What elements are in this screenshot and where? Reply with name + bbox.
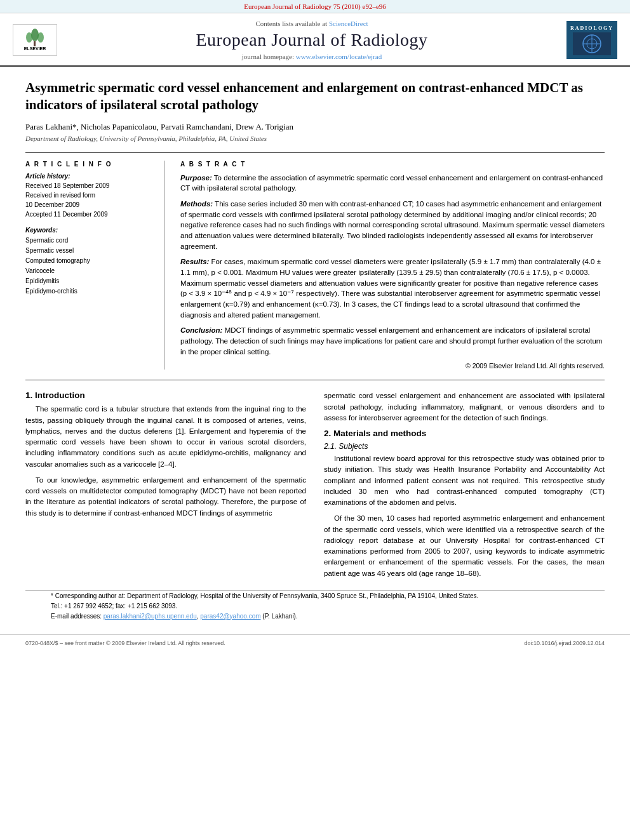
email-label: E-mail addresses: — [51, 613, 102, 620]
email-link-1[interactable]: paras.lakhani2@uphs.upenn.edu — [104, 613, 197, 620]
keywords-group: Keywords: Spermatic cord Spermatic vesse… — [25, 227, 154, 297]
methods-label: Methods: — [180, 200, 213, 208]
page-footer: 0720-048X/$ – see front matter © 2009 El… — [0, 634, 630, 651]
conclusion-label: Conclusion: — [180, 326, 222, 334]
abstract-conclusion: Conclusion: MDCT findings of asymmetric … — [180, 325, 605, 357]
email-footnote: E-mail addresses: paras.lakhani2@uphs.up… — [51, 611, 579, 622]
article-title: Asymmetric spermatic cord vessel enhance… — [25, 79, 605, 114]
article-info-label: A R T I C L E I N F O — [25, 161, 154, 168]
doi-text: doi:10.1016/j.ejrad.2009.12.014 — [524, 640, 605, 646]
abstract-column: A B S T R A C T Purpose: To determine th… — [180, 161, 605, 370]
top-bar: European Journal of Radiology 75 (2010) … — [0, 0, 630, 13]
article-authors: Paras Lakhani*, Nicholas Papanicolaou, P… — [25, 122, 605, 132]
journal-citation: European Journal of Radiology 75 (2010) … — [244, 3, 386, 10]
journal-title: European Journal of Radiology — [64, 30, 560, 50]
journal-title-block: Contents lists available at ScienceDirec… — [64, 20, 560, 60]
intro-para-right-1: spermatic cord vessel enlargement and en… — [324, 390, 605, 423]
history-label: Article history: — [25, 173, 154, 180]
footnotes-section: * Corresponding author at: Department of… — [25, 590, 605, 622]
results-label: Results: — [180, 258, 209, 265]
keyword-4: Varicocele — [25, 266, 154, 276]
intro-para-2: To our knowledge, asymmetric enlargement… — [25, 475, 306, 519]
corresponding-footnote: * Corresponding author at: Department of… — [51, 591, 579, 601]
page: European Journal of Radiology 75 (2010) … — [0, 0, 630, 840]
abstract-results: Results: For cases, maximum spermatic co… — [180, 257, 605, 320]
svg-point-1 — [31, 29, 39, 41]
received-revised-label: Received in revised form — [25, 190, 154, 200]
intro-para-1: The spermatic cord is a tubular structur… — [25, 404, 306, 470]
article-info-column: A R T I C L E I N F O Article history: R… — [25, 161, 165, 370]
svg-point-3 — [37, 32, 44, 43]
accepted-date: Accepted 11 December 2009 — [25, 210, 154, 219]
body-two-col: 1. Introduction The spermatic cord is a … — [25, 390, 605, 584]
results-text: For cases, maximum spermatic cord vessel… — [180, 258, 601, 318]
section-divider — [25, 380, 605, 380]
methods-para-2: Of the 30 men, 10 cases had reported asy… — [324, 513, 605, 579]
svg-point-2 — [26, 32, 32, 43]
keyword-2: Spermatic vessel — [25, 246, 154, 256]
methods-heading: 2. Materials and methods — [324, 429, 605, 438]
issn-text: 0720-048X/$ – see front matter © 2009 El… — [25, 640, 225, 646]
conclusion-text: MDCT findings of asymmetric spermatic ve… — [180, 326, 602, 355]
methods-para-1: Institutional review board approval for … — [324, 453, 605, 508]
keyword-3: Computed tomography — [25, 256, 154, 266]
radiology-logo-container: RADIOLOGY — [560, 21, 617, 59]
body-col-left: 1. Introduction The spermatic cord is a … — [25, 390, 306, 584]
svg-text:ELSEVIER: ELSEVIER — [23, 46, 46, 51]
journal-homepage: journal homepage: www.elsevier.com/locat… — [64, 53, 560, 60]
received-date-1: Received 18 September 2009 — [25, 181, 154, 190]
radiology-logo: RADIOLOGY — [566, 21, 617, 59]
keyword-6: Epididymo-orchitis — [25, 286, 154, 297]
history-group: Article history: Received 18 September 2… — [25, 173, 154, 219]
purpose-label: Purpose: — [180, 174, 212, 182]
info-abstract-section: A R T I C L E I N F O Article history: R… — [25, 152, 605, 370]
body-col-right: spermatic cord vessel enlargement and en… — [324, 390, 605, 584]
received-revised-date: 10 December 2009 — [25, 200, 154, 210]
email-link-2[interactable]: paras42@yahoo.com — [200, 613, 260, 620]
subjects-heading: 2.1. Subjects — [324, 442, 605, 451]
svg-rect-4 — [34, 41, 36, 46]
elsevier-logo-container: ELSEVIER — [13, 24, 64, 56]
copyright-line: © 2009 Elsevier Ireland Ltd. All rights … — [180, 362, 605, 370]
elsevier-logo: ELSEVIER — [13, 24, 57, 56]
purpose-text: To determine the association of asymmetr… — [180, 174, 603, 192]
contents-line: Contents lists available at ScienceDirec… — [64, 20, 560, 27]
tel-footnote: Tel.: +1 267 992 4652; fax: +1 215 662 3… — [51, 601, 579, 611]
article-affiliation: Department of Radiology, University of P… — [25, 135, 605, 142]
intro-heading: 1. Introduction — [25, 390, 306, 400]
journal-header: ELSEVIER Contents lists available at Sci… — [0, 13, 630, 67]
abstract-methods: Methods: This case series included 30 me… — [180, 199, 605, 251]
abstract-purpose: Purpose: To determine the association of… — [180, 173, 605, 194]
keywords-label: Keywords: — [25, 227, 154, 234]
keyword-1: Spermatic cord — [25, 236, 154, 246]
keyword-5: Epididymitis — [25, 276, 154, 286]
methods-text: This case series included 30 men with co… — [180, 200, 605, 250]
abstract-label: A B S T R A C T — [180, 161, 605, 168]
sciencedirect-link[interactable]: ScienceDirect — [329, 20, 368, 27]
journal-url[interactable]: www.elsevier.com/locate/ejrad — [296, 53, 382, 60]
article-content: Asymmetric spermatic cord vessel enhance… — [0, 67, 630, 634]
